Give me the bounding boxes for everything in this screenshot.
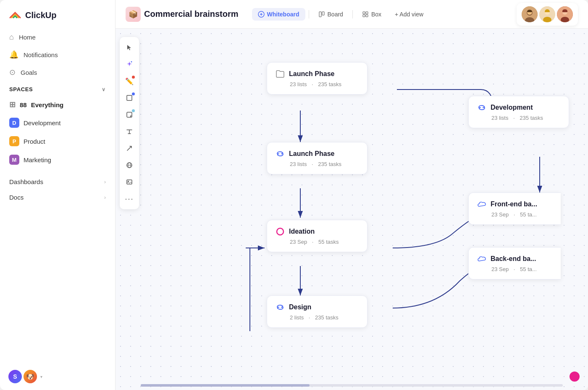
- toolbar-note-tool[interactable]: [122, 108, 136, 122]
- whiteboard-canvas[interactable]: ✏️: [116, 29, 588, 390]
- node-header: Development: [477, 103, 560, 112]
- tab-divider-2: [352, 10, 353, 18]
- tab-box[interactable]: Box: [356, 8, 387, 21]
- tab-board[interactable]: Board: [312, 8, 349, 21]
- svg-rect-4: [366, 12, 368, 14]
- sidebar-item-everything[interactable]: ⊞ 88 Everything: [4, 96, 111, 113]
- node-header: Ideation: [276, 227, 359, 236]
- node-backend-meta: 23 Sep · 55 ta...: [490, 266, 552, 272]
- node-header: Launch Phase: [276, 69, 359, 79]
- sidebar-item-goals-label: Goals: [21, 69, 37, 76]
- nav-section: ⌂ Home 🔔 Notifications ⊙ Goals: [0, 29, 115, 81]
- sidebar-item-marketing[interactable]: M Marketing: [4, 150, 111, 169]
- add-view-label: + Add view: [395, 11, 423, 18]
- header-tabs: Whiteboard Board Box: [252, 8, 430, 21]
- marketing-label: Marketing: [24, 156, 51, 163]
- bell-icon: 🔔: [9, 50, 18, 59]
- node-date: 23 Sep: [290, 239, 307, 245]
- toolbar-arrow-tool[interactable]: [122, 141, 136, 155]
- node-dot-sep-4: ·: [309, 314, 310, 321]
- node-launch-phase-mid[interactable]: Launch Phase 23 lists · 235 tasks: [267, 142, 368, 174]
- sidebar-item-home[interactable]: ⌂ Home: [4, 29, 111, 46]
- avatar-t: 🐶: [24, 370, 37, 383]
- note-icon: [126, 111, 133, 118]
- toolbar-add-tool[interactable]: [122, 57, 136, 71]
- logo: ClickUp: [0, 0, 115, 29]
- node-design-title: Design: [289, 303, 311, 311]
- toolbar-more-tool[interactable]: ···: [122, 192, 136, 206]
- toolbar: ✏️: [120, 37, 139, 209]
- node-design[interactable]: Design 2 lists · 235 tasks: [267, 295, 368, 328]
- spaces-header: Spaces ∨: [0, 81, 115, 96]
- node-backend[interactable]: Back-end ba... 23 Sep · 55 ta...: [468, 247, 561, 279]
- node-launch-phase-top-meta: 23 lists · 235 tasks: [288, 81, 359, 87]
- toolbar-text-tool[interactable]: [122, 124, 136, 139]
- node-frontend[interactable]: Front-end ba... 23 Sep · 55 ta...: [468, 192, 561, 225]
- cloud-icon-2: [477, 254, 486, 264]
- sync-icon: [276, 149, 285, 158]
- toolbar-cursor-tool[interactable]: [122, 40, 136, 55]
- node-dot-sep-7: ·: [514, 266, 515, 272]
- node-development[interactable]: Development 23 lists · 235 tasks: [468, 96, 569, 128]
- header-avatar-1[interactable]: [522, 6, 538, 22]
- board-tab-icon: [318, 11, 325, 18]
- cloud-icon: [477, 200, 486, 209]
- svg-point-17: [131, 61, 132, 63]
- scrollbar[interactable]: [141, 384, 563, 387]
- user3-avatar-img: [557, 6, 573, 22]
- development-badge: D: [9, 118, 19, 128]
- svg-rect-3: [363, 12, 365, 14]
- sidebar-item-notifications-label: Notifications: [24, 51, 58, 58]
- node-ideation[interactable]: Ideation 23 Sep · 55 tasks: [267, 220, 368, 252]
- rect-icon: [126, 95, 133, 101]
- docs-label: Docs: [9, 194, 24, 201]
- scrollbar-thumb[interactable]: [141, 384, 310, 387]
- sidebar-item-development[interactable]: D Development: [4, 113, 111, 132]
- sidebar-item-notifications[interactable]: 🔔 Notifications: [4, 46, 111, 63]
- sidebar-item-goals[interactable]: ⊙ Goals: [4, 63, 111, 81]
- sidebar-item-product[interactable]: P Product: [4, 132, 111, 150]
- node-dot-sep-6: ·: [514, 211, 515, 218]
- svg-point-23: [128, 181, 129, 182]
- whiteboard-tab-label: Whiteboard: [267, 11, 299, 18]
- sidebar-item-docs[interactable]: Docs ›: [4, 190, 111, 205]
- spaces-chevron-icon[interactable]: ∨: [102, 87, 106, 92]
- cursor-icon: [126, 44, 133, 51]
- dashboards-label: Dashboards: [9, 178, 43, 185]
- toolbar-rect-tool[interactable]: [122, 91, 136, 105]
- node-ideation-meta: 23 Sep · 55 tasks: [288, 239, 359, 245]
- header-avatar-3[interactable]: [557, 6, 573, 22]
- user-menu-chevron-icon[interactable]: ▾: [40, 374, 42, 379]
- svg-rect-2: [322, 12, 324, 15]
- node-launch-phase-top[interactable]: Launch Phase 23 lists · 235 tasks: [267, 62, 368, 95]
- tab-whiteboard[interactable]: Whiteboard: [252, 8, 305, 21]
- rect-dot: [132, 92, 135, 95]
- node-frontend-meta: 23 Sep · 55 ta...: [490, 211, 552, 218]
- svg-rect-19: [127, 112, 132, 117]
- node-lists-4: 23 lists: [491, 115, 508, 121]
- node-tasks-7: 55 ta...: [520, 266, 537, 272]
- marketing-badge: M: [9, 155, 19, 165]
- toolbar-image-tool[interactable]: [122, 175, 136, 189]
- everything-text: Everything: [31, 101, 64, 108]
- node-design-meta: 2 lists · 235 tasks: [288, 314, 359, 321]
- product-label: Product: [24, 138, 45, 145]
- pen-dot: [132, 76, 135, 79]
- node-launch-phase-mid-title: Launch Phase: [289, 150, 334, 158]
- box-tab-label: Box: [371, 11, 381, 18]
- sidebar-item-dashboards[interactable]: Dashboards ›: [4, 174, 111, 190]
- svg-point-25: [277, 228, 284, 235]
- spaces-label: Spaces: [9, 86, 33, 92]
- trophy-icon: ⊙: [9, 68, 16, 77]
- toolbar-globe-tool[interactable]: [122, 158, 136, 172]
- header-avatar-2[interactable]: [539, 6, 555, 22]
- toolbar-pen-tool[interactable]: ✏️: [122, 74, 136, 88]
- node-lists: 23 lists: [290, 81, 307, 87]
- node-tasks-4: 235 tasks: [315, 314, 339, 321]
- node-frontend-title: Front-end ba...: [491, 200, 537, 208]
- product-badge: P: [9, 136, 19, 146]
- user2-avatar-img: [539, 6, 555, 22]
- node-dot-sep-2: ·: [312, 161, 313, 167]
- add-view-button[interactable]: + Add view: [389, 8, 429, 21]
- node-header: Design: [276, 303, 359, 312]
